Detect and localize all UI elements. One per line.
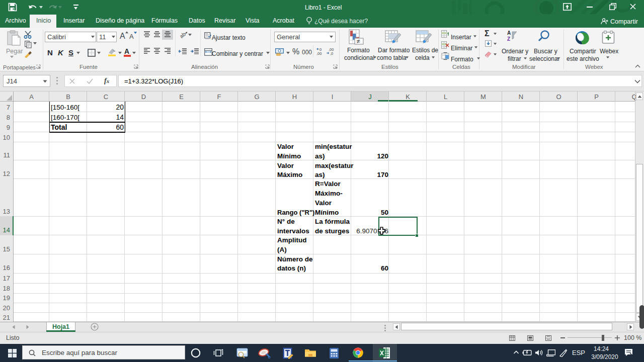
- svg-text:Z: Z: [507, 36, 510, 42]
- svg-text:,00: ,00: [316, 51, 321, 55]
- svg-text:,0: ,0: [330, 51, 333, 55]
- svg-text:≠: ≠: [357, 38, 360, 45]
- svg-text:ab: ab: [179, 31, 187, 39]
- svg-text:A: A: [507, 30, 511, 36]
